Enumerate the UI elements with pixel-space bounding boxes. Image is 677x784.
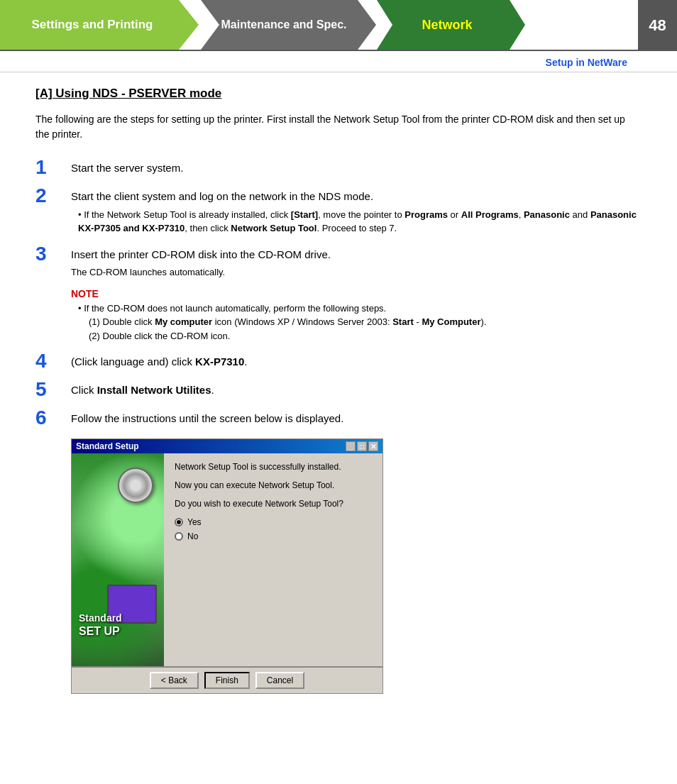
sub-header: Setup in NetWare [0, 51, 677, 72]
step-6: 6 Follow the instructions until the scre… [35, 407, 642, 428]
titlebar-buttons: _ □ ✕ [346, 441, 378, 451]
note-item-1: (1) Double click My computer icon (Windo… [89, 315, 642, 329]
step-6-number: 6 [35, 407, 71, 428]
intro-text: The following are the steps for setting … [35, 112, 642, 142]
tab-network[interactable]: Network [369, 0, 525, 50]
step-5: 5 Click Install Network Utilites. [35, 378, 642, 399]
step-2: 2 Start the client system and log on the… [35, 184, 642, 236]
sub-header-text: Setup in NetWare [546, 57, 627, 68]
screenshot-body: Standard SET UP Network Setup Tool is su… [72, 453, 382, 666]
header: Settings and Printing Maintenance and Sp… [0, 0, 677, 51]
radio-yes[interactable]: Yes [175, 517, 372, 527]
step-3-note: NOTE If the CD-ROM does not launch autom… [71, 287, 642, 343]
step-3-content: Insert the printer CD-ROM disk into the … [71, 243, 642, 343]
screenshot-left-panel: Standard SET UP [72, 453, 164, 666]
maximize-button[interactable]: □ [357, 441, 367, 451]
step-6-content: Follow the instructions until the screen… [71, 407, 642, 427]
screenshot-right-panel: Network Setup Tool is successfully insta… [164, 453, 382, 666]
tab-network-label: Network [422, 18, 472, 33]
radio-yes-circle[interactable] [175, 518, 183, 526]
screenshot-title-label: Standard Setup [76, 441, 139, 451]
step-2-sub: If the Network Setup Tool is already ins… [71, 208, 642, 236]
step-4-number: 4 [35, 350, 71, 371]
radio-group: Yes No [175, 517, 372, 541]
step-4: 4 (Click language and) click KX-P7310. [35, 350, 642, 371]
screenshot-titlebar: Standard Setup _ □ ✕ [72, 439, 382, 453]
note-label: NOTE [71, 287, 642, 302]
screenshot-left-text: Standard SET UP [79, 612, 122, 638]
note-content: If the CD-ROM does not launch automatica… [78, 302, 642, 343]
finish-button[interactable]: Finish [204, 672, 250, 689]
step-3: 3 Insert the printer CD-ROM disk into th… [35, 243, 642, 343]
note-item-2: (2) Double click the CD-ROM icon. [89, 329, 642, 343]
step-1-number: 1 [35, 156, 71, 177]
step-3-number: 3 [35, 243, 71, 264]
cancel-button[interactable]: Cancel [255, 672, 304, 689]
tab-maintenance[interactable]: Maintenance and Spec. [192, 0, 376, 50]
radio-yes-label: Yes [187, 517, 202, 527]
step-1: 1 Start the server system. [35, 156, 642, 177]
step-1-content: Start the server system. [71, 156, 642, 177]
screenshot-window: Standard Setup _ □ ✕ Standard SET UP [71, 438, 383, 694]
tab-settings-label: Settings and Printing [32, 18, 153, 32]
screenshot-line2: Now you can execute Network Setup Tool. [175, 480, 372, 490]
step-5-number: 5 [35, 378, 71, 399]
tab-settings[interactable]: Settings and Printing [0, 0, 199, 50]
back-button[interactable]: < Back [150, 672, 199, 689]
radio-no-circle[interactable] [175, 532, 183, 541]
left-text-line2: SET UP [79, 624, 122, 638]
main-content: [A] Using NDS - PSERVER mode The followi… [0, 72, 677, 715]
screenshot-line3: Do you wish to execute Network Setup Too… [175, 499, 372, 509]
radio-no-label: No [187, 531, 198, 541]
screenshot-line1: Network Setup Tool is successfully insta… [175, 462, 372, 472]
step-2-content: Start the client system and log on the n… [71, 184, 642, 236]
note-bullet-text: If the CD-ROM does not launch automatica… [78, 302, 642, 316]
close-button[interactable]: ✕ [368, 441, 378, 451]
screenshot-footer: < Back Finish Cancel [72, 666, 382, 693]
radio-no[interactable]: No [175, 531, 372, 541]
step-5-content: Click Install Network Utilites. [71, 378, 642, 399]
tab-maintenance-label: Maintenance and Spec. [221, 18, 347, 31]
step-2-number: 2 [35, 184, 71, 206]
step-3-sub-plain: The CD-ROM launches automatically. [71, 265, 642, 280]
section-title: [A] Using NDS - PSERVER mode [35, 87, 642, 101]
minimize-button[interactable]: _ [346, 441, 356, 451]
page-number: 48 [638, 0, 677, 51]
left-text-line1: Standard [79, 612, 122, 624]
cd-icon [118, 468, 153, 503]
step-4-content: (Click language and) click KX-P7310. [71, 350, 642, 370]
